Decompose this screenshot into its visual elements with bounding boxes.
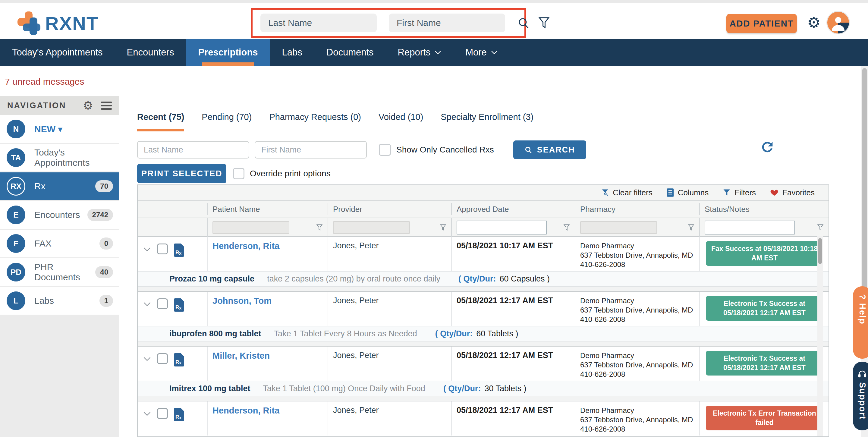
- sidebar-item-label: Today's Appointments: [34, 147, 113, 168]
- table-toolbar: Clear filters Columns Filters Favorites: [138, 185, 829, 201]
- patient-link[interactable]: Johnson, Tom: [213, 296, 272, 306]
- rx-document-icon[interactable]: Rx: [174, 408, 184, 421]
- search-icon[interactable]: [517, 17, 530, 29]
- sidebar-item-labs[interactable]: L Labs 1: [0, 287, 119, 315]
- override-print-checkbox[interactable]: [233, 168, 244, 179]
- provider-filter-input[interactable]: [333, 221, 410, 234]
- support-label: Support: [858, 382, 867, 420]
- medication-row: Prozac 10 mg capsule take 2 capsules (20…: [138, 271, 829, 286]
- col-status-notes[interactable]: Status/Notes: [699, 203, 829, 215]
- gear-icon[interactable]: ⚙: [807, 15, 821, 30]
- sidebar-item-label: Labs: [34, 295, 99, 306]
- avatar[interactable]: [827, 11, 850, 34]
- row-checkbox[interactable]: [157, 244, 168, 254]
- rx-document-icon[interactable]: Rx: [174, 353, 184, 367]
- col-provider[interactable]: Provider: [328, 203, 451, 215]
- show-cancelled-checkbox[interactable]: [379, 144, 391, 156]
- qty-dur-value: 30 Tablets ): [484, 384, 526, 393]
- table-scrollbar[interactable]: [817, 236, 823, 436]
- header-first-name-input[interactable]: [389, 13, 505, 32]
- rx-document-icon[interactable]: Rx: [174, 299, 184, 312]
- nav-more[interactable]: More: [453, 39, 510, 66]
- col-pharmacy[interactable]: Pharmacy: [575, 203, 699, 215]
- sidebar-item-encounters[interactable]: E Encounters 2742: [0, 201, 119, 229]
- provider-cell: Jones, Peter: [328, 347, 451, 381]
- search-button[interactable]: SEARCH: [513, 141, 586, 159]
- tab-pharmacy-requests[interactable]: Pharmacy Requests (0): [269, 112, 361, 131]
- rx-tabs: Recent (75) Pending (70) Pharmacy Reques…: [137, 112, 533, 131]
- patient-name-filter-input[interactable]: [213, 221, 289, 234]
- clear-filters-button[interactable]: Clear filters: [601, 188, 652, 197]
- last-name-input[interactable]: [137, 141, 249, 158]
- sidebar-item-phr-documents[interactable]: PD PHR Documents 40: [0, 258, 119, 286]
- medication-row: Imitrex 100 mg tablet Take 1 Tablet (100…: [138, 381, 829, 396]
- row-expander-icon[interactable]: [143, 300, 151, 308]
- add-patient-button[interactable]: ADD PATIENT: [726, 14, 797, 33]
- sidebar-menu-icon[interactable]: [101, 100, 112, 112]
- funnel-icon[interactable]: [816, 224, 824, 231]
- approved-date-filter-input[interactable]: [457, 221, 547, 235]
- status-badge: Electronic Tx Success at 05/18/2021 12:1…: [706, 296, 823, 321]
- nav-labs[interactable]: Labs: [270, 39, 314, 66]
- patient-link[interactable]: Henderson, Rita: [213, 406, 279, 415]
- pharmacy-cell: Demo Pharmacy 637 Tebbston Drive, Annapo…: [575, 292, 699, 326]
- first-name-input[interactable]: [255, 141, 367, 158]
- table-row: Rx Henderson, Rita Jones, Peter 05/18/20…: [138, 401, 829, 436]
- patient-link[interactable]: Henderson, Rita: [213, 241, 279, 251]
- medication-sig: Take 1 Tablet Every 8 Hours as Needed: [274, 329, 417, 339]
- sidebar-item-label: PHR Documents: [34, 262, 95, 282]
- filter-icon[interactable]: [536, 14, 552, 31]
- nav-prescriptions[interactable]: Prescriptions: [186, 39, 270, 66]
- row-checkbox[interactable]: [157, 299, 168, 309]
- patient-link[interactable]: Miller, Kristen: [213, 351, 270, 361]
- row-expander-icon[interactable]: [143, 355, 151, 363]
- medication-name: ibuprofen 800 mg tablet: [169, 329, 261, 339]
- sidebar-item-rx[interactable]: RX Rx 70: [0, 173, 119, 200]
- nav-todays-appointments[interactable]: Today's Appointments: [0, 39, 115, 66]
- sidebar-item-new[interactable]: N NEW ▾: [0, 115, 119, 143]
- refresh-icon[interactable]: [759, 138, 776, 156]
- table-row: Rx Miller, Kristen Jones, Peter 05/18/20…: [138, 346, 829, 381]
- rx-document-icon[interactable]: Rx: [174, 244, 184, 257]
- avatar-initials: E: [7, 206, 25, 224]
- qty-dur-label: ( Qty/Dur:: [435, 329, 473, 339]
- tab-voided[interactable]: Voided (10): [378, 112, 423, 131]
- row-expander-icon[interactable]: [143, 410, 151, 418]
- nav-documents[interactable]: Documents: [314, 39, 386, 66]
- avatar-initials: L: [7, 291, 25, 310]
- table-filter-row: [138, 218, 829, 236]
- medication-name: Imitrex 100 mg tablet: [169, 384, 250, 393]
- sidebar-item-fax[interactable]: F FAX 0: [0, 230, 119, 257]
- header-last-name-input[interactable]: [260, 13, 377, 32]
- col-patient-name[interactable]: Patient Name: [207, 203, 328, 215]
- funnel-icon[interactable]: [439, 224, 447, 231]
- medication-sig: Take 1 Tablet (100 mg) Once Daily with F…: [263, 384, 425, 393]
- tab-pending[interactable]: Pending (70): [202, 112, 252, 131]
- columns-button[interactable]: Columns: [666, 188, 709, 197]
- status-filter-input[interactable]: [705, 221, 795, 235]
- sidebar-gear-icon[interactable]: ⚙: [83, 100, 93, 111]
- row-checkbox[interactable]: [157, 408, 168, 419]
- chevron-down-icon: [491, 50, 498, 55]
- print-selected-button[interactable]: PRINT SELECTED: [137, 164, 226, 183]
- sidebar-item-todays-appointments[interactable]: TA Today's Appointments: [0, 144, 119, 171]
- col-approved-date[interactable]: Approved Date: [451, 203, 575, 215]
- favorites-button[interactable]: Favorites: [770, 188, 815, 197]
- patient-search-annotation-box: [251, 8, 526, 38]
- filters-button[interactable]: Filters: [722, 188, 756, 197]
- row-expander-icon[interactable]: [143, 245, 151, 253]
- nav-reports[interactable]: Reports: [386, 39, 454, 66]
- funnel-icon[interactable]: [687, 224, 695, 231]
- nav-encounters[interactable]: Encounters: [115, 39, 186, 66]
- row-checkbox[interactable]: [157, 353, 168, 364]
- funnel-icon[interactable]: [563, 224, 570, 231]
- support-tab[interactable]: Support: [853, 362, 868, 430]
- unread-messages-alert[interactable]: 7 unread messages: [5, 76, 84, 87]
- tab-recent[interactable]: Recent (75): [137, 112, 184, 131]
- funnel-icon[interactable]: [315, 224, 323, 231]
- sidebar-item-label: Encounters: [34, 210, 87, 220]
- approved-date-cell: 05/18/2021 12:17 AM EST: [451, 347, 575, 381]
- pharmacy-filter-input[interactable]: [580, 221, 657, 234]
- tab-specialty-enrollment[interactable]: Specialty Enrollment (3): [441, 112, 533, 131]
- help-tab[interactable]: ? Help: [853, 286, 868, 358]
